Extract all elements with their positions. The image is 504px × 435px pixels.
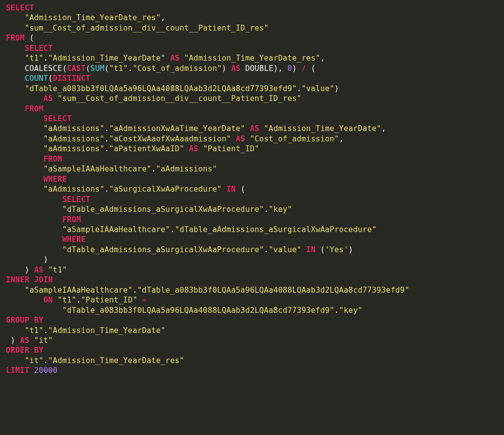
- code-line: "aSampleIAAaHealthcare"."dTable_a083bb3f…: [6, 285, 498, 295]
- code-line: "t1"."Admission_Time_YearDate" AS "Admis…: [6, 53, 498, 63]
- code-token-str: "t1": [58, 296, 76, 304]
- code-token-plain: .: [104, 134, 109, 143]
- code-token-kw: INNER JOIN: [6, 275, 53, 284]
- code-token-plain: ): [348, 245, 353, 254]
- code-token-plain: [6, 245, 62, 254]
- code-token-plain: [6, 144, 43, 153]
- code-token-str: "Cost_of_admission": [250, 134, 339, 143]
- code-token-str: "aAdmissions": [43, 134, 104, 143]
- code-token-plain: [245, 124, 250, 133]
- code-token-str: "aSampleIAAaHealthcare": [43, 165, 151, 173]
- code-token-plain: .: [43, 326, 48, 335]
- code-token-plain: .: [264, 245, 269, 254]
- code-token-kw: FROM: [43, 155, 62, 164]
- code-line: SELECT: [6, 195, 498, 204]
- code-line: FROM (: [6, 33, 498, 43]
- code-token-op: =: [142, 296, 147, 304]
- code-token-str: "dTable_a083bb3f0LQAa5a96LQAa4088LQAab3d…: [62, 306, 334, 315]
- code-token-plain: ): [222, 64, 231, 73]
- code-token-str: "sum__Cost_of_admission__div__count__Pat…: [25, 24, 269, 33]
- code-line: AS "sum__Cost_of_admission__div__count__…: [6, 94, 498, 103]
- code-token-str: "Admission_Time_YearDate": [48, 326, 165, 335]
- code-token-plain: [6, 124, 43, 133]
- code-token-kw: AS: [170, 54, 180, 63]
- code-line: "aAdmissions"."aAdmissionXwAaTime_YearDa…: [6, 124, 498, 134]
- code-line: FROM: [6, 215, 498, 225]
- code-token-plain: [6, 134, 43, 143]
- code-token-plain: [245, 134, 250, 143]
- code-token-kw: AS: [189, 144, 198, 153]
- code-token-plain: [6, 165, 43, 173]
- code-token-plain: .: [43, 356, 48, 365]
- code-line: "aSampleIAAaHealthcare"."aAdmissions": [6, 164, 498, 174]
- code-token-plain: .: [170, 225, 175, 234]
- code-token-str: "t1": [48, 266, 67, 274]
- code-token-str: "Admission_Time_YearDate_res": [184, 54, 320, 63]
- code-token-plain: .: [264, 205, 269, 214]
- code-token-fn: SUM: [91, 64, 105, 73]
- code-line: "dTable_aAdmissions_aSurgicalXwAaProcedu…: [6, 245, 498, 255]
- code-token-plain: [259, 124, 264, 133]
- code-token-plain: .: [104, 144, 109, 153]
- code-token-str: "aAdmissions": [43, 124, 104, 133]
- code-token-str: "it": [25, 356, 43, 365]
- code-token-str: "sum__Cost_of_admission__div__count__Pat…: [58, 94, 302, 103]
- code-token-kw: FROM: [62, 215, 81, 224]
- code-token-plain: [6, 225, 62, 234]
- code-token-plain: [184, 144, 189, 153]
- code-token-plain: [231, 134, 236, 143]
- code-token-kw: AS: [43, 94, 53, 103]
- code-token-plain: COALESCE(: [6, 64, 67, 73]
- code-token-str: "dTable_aAdmissions_aSurgicalXwAaProcedu…: [175, 225, 377, 234]
- code-token-plain: [6, 94, 43, 103]
- code-line: WHERE: [6, 174, 498, 184]
- code-line: "aAdmissions"."aSurgicalXwAaProcedure" I…: [6, 184, 498, 194]
- code-token-plain: [165, 54, 170, 63]
- code-token-plain: [53, 94, 58, 103]
- code-token-plain: (: [236, 185, 245, 194]
- code-token-plain: [30, 366, 34, 375]
- code-token-plain: ): [292, 64, 302, 73]
- code-token-kw: FROM: [6, 33, 25, 42]
- code-line: ORDER BY: [6, 345, 498, 355]
- code-token-plain: .: [76, 296, 81, 304]
- code-token-str: "dTable_aAdmissions_aSurgicalXwAaProcedu…: [62, 205, 264, 214]
- code-token-plain: [6, 205, 62, 214]
- code-token-plain: [302, 245, 307, 254]
- code-token-plain: [6, 356, 25, 365]
- code-token-kw: ON: [43, 296, 53, 304]
- code-line: ): [6, 255, 498, 265]
- code-token-plain: .: [104, 124, 109, 133]
- code-token-plain: [43, 266, 48, 274]
- code-token-kw: SELECT: [25, 44, 53, 53]
- code-line: ON "t1"."Patient_ID" =: [6, 295, 498, 305]
- code-token-plain: [6, 24, 25, 33]
- code-line: SELECT: [6, 114, 498, 124]
- code-token-kw: LIMIT: [6, 366, 30, 375]
- code-token-kw: SELECT: [62, 195, 90, 204]
- code-token-str: "aSurgicalXwAaProcedure": [109, 185, 222, 194]
- code-token-str: "aAdmissions": [43, 185, 104, 194]
- code-line: SELECT: [6, 43, 498, 53]
- code-token-str: "Admission_Time_YearDate_res": [25, 13, 160, 22]
- code-token-str: "dTable_a083bb3f0LQAa5a96LQAa4088LQAab3d…: [137, 286, 410, 295]
- code-token-plain: ): [6, 255, 48, 264]
- code-token-plain: ,: [161, 13, 166, 22]
- code-token-plain: .: [132, 286, 137, 295]
- code-line: GROUP BY: [6, 315, 498, 325]
- code-token-plain: [137, 296, 142, 304]
- code-token-str: "Admission_Time_YearDate": [48, 54, 165, 63]
- code-token-plain: [6, 286, 25, 295]
- code-line: "aAdmissions"."aPatientXwAaID" AS "Patie…: [6, 144, 498, 154]
- code-line: LIMIT 20000: [6, 366, 498, 375]
- sql-code-block: SELECT "Admission_Time_YearDate_res", "s…: [0, 0, 504, 386]
- code-token-kw: SELECT: [43, 114, 71, 123]
- code-token-kw: AS: [34, 266, 43, 274]
- code-token-op: /: [302, 64, 307, 73]
- code-token-str: "t1": [25, 54, 43, 63]
- code-token-plain: .: [297, 84, 302, 93]
- code-token-plain: ,: [381, 124, 386, 133]
- code-token-plain: [6, 155, 43, 164]
- code-line: "aAdmissions"."aCostXwAaofXwAaadmission"…: [6, 134, 498, 144]
- code-line: "aSampleIAAaHealthcare"."dTable_aAdmissi…: [6, 225, 498, 234]
